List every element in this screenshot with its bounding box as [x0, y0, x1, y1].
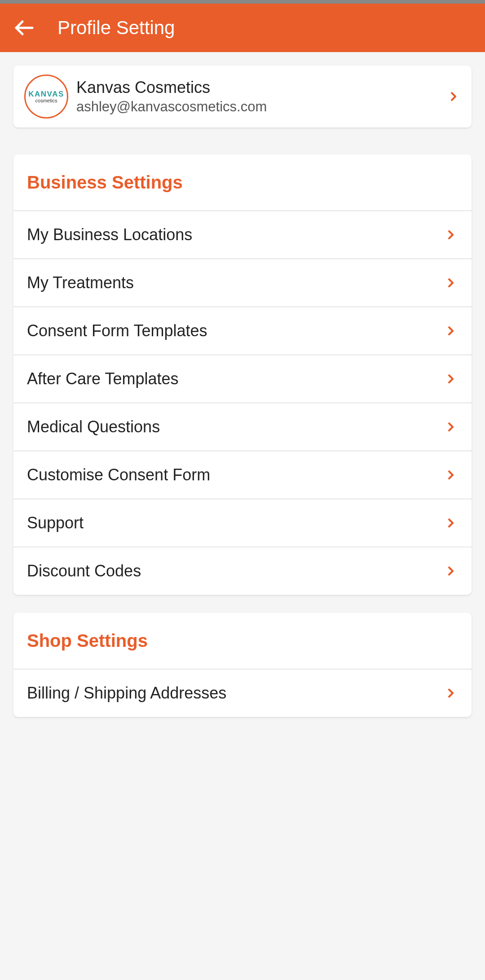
chevron-right-icon — [444, 420, 458, 434]
menu-item-after-care-templates[interactable]: After Care Templates — [13, 355, 472, 403]
status-bar — [0, 0, 485, 4]
menu-item-discount-codes[interactable]: Discount Codes — [13, 547, 472, 595]
content-area: KANVAS cosmetics Kanvas Cosmetics ashley… — [0, 52, 485, 748]
menu-item-customise-consent-form[interactable]: Customise Consent Form — [13, 451, 472, 499]
menu-item-label: Customise Consent Form — [27, 466, 210, 484]
chevron-right-icon — [444, 324, 458, 338]
section-header-shop: Shop Settings — [13, 613, 472, 669]
menu-item-label: Medical Questions — [27, 417, 160, 436]
menu-item-label: My Treatments — [27, 273, 134, 292]
chevron-right-icon — [444, 686, 458, 700]
avatar-logo-main: KANVAS — [28, 90, 64, 99]
shop-settings-section: Shop Settings Billing / Shipping Address… — [13, 613, 472, 717]
chevron-right-icon — [444, 372, 458, 386]
menu-item-label: My Business Locations — [27, 225, 192, 244]
menu-item-support[interactable]: Support — [13, 499, 472, 547]
arrow-left-icon — [13, 17, 35, 39]
menu-item-label: Consent Form Templates — [27, 321, 207, 340]
profile-card[interactable]: KANVAS cosmetics Kanvas Cosmetics ashley… — [13, 66, 472, 127]
profile-info: Kanvas Cosmetics ashley@kanvascosmetics.… — [76, 78, 446, 115]
chevron-right-icon — [444, 228, 458, 242]
section-title-shop: Shop Settings — [27, 631, 458, 651]
menu-item-label: After Care Templates — [27, 369, 178, 388]
menu-item-medical-questions[interactable]: Medical Questions — [13, 403, 472, 451]
page-title: Profile Setting — [57, 17, 175, 39]
menu-item-my-treatments[interactable]: My Treatments — [13, 259, 472, 307]
avatar-logo-sub: cosmetics — [35, 98, 57, 103]
business-settings-section: Business Settings My Business Locations … — [13, 154, 472, 595]
menu-item-label: Support — [27, 514, 84, 532]
menu-item-billing-shipping[interactable]: Billing / Shipping Addresses — [13, 669, 472, 717]
profile-name: Kanvas Cosmetics — [76, 78, 446, 97]
chevron-right-icon — [444, 516, 458, 530]
chevron-right-icon — [444, 468, 458, 482]
menu-item-label: Discount Codes — [27, 562, 141, 580]
profile-email: ashley@kanvascosmetics.com — [76, 99, 446, 115]
chevron-right-icon — [446, 89, 461, 104]
section-title-business: Business Settings — [27, 172, 458, 193]
back-button[interactable] — [13, 17, 35, 39]
section-header-business: Business Settings — [13, 154, 472, 211]
avatar: KANVAS cosmetics — [24, 75, 68, 119]
menu-item-business-locations[interactable]: My Business Locations — [13, 211, 472, 259]
chevron-right-icon — [444, 564, 458, 578]
menu-item-consent-form-templates[interactable]: Consent Form Templates — [13, 307, 472, 355]
menu-item-label: Billing / Shipping Addresses — [27, 684, 226, 703]
chevron-right-icon — [444, 276, 458, 290]
app-header: Profile Setting — [0, 4, 485, 52]
